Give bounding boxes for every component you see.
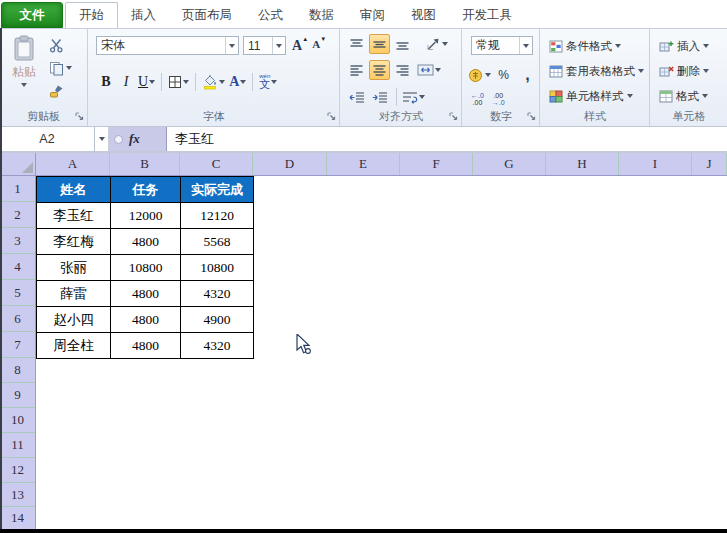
column-header-C[interactable]: C: [180, 153, 253, 175]
row-header-3[interactable]: 3: [0, 228, 35, 254]
table-cell[interactable]: 5568: [181, 229, 254, 255]
table-cell[interactable]: 10800: [111, 255, 181, 281]
borders-button[interactable]: [166, 71, 191, 92]
column-header-H[interactable]: H: [546, 153, 619, 175]
align-right-button[interactable]: [392, 60, 413, 80]
row-header-12[interactable]: 12: [0, 458, 35, 483]
table-cell[interactable]: 4320: [181, 281, 254, 307]
tab-1[interactable]: 插入: [118, 3, 169, 28]
align-middle-button[interactable]: [369, 34, 390, 54]
table-cell[interactable]: 薛雷: [37, 281, 111, 307]
paste-dropdown-icon[interactable]: [21, 83, 27, 87]
merge-center-button[interactable]: [418, 60, 439, 80]
column-header-G[interactable]: G: [473, 153, 546, 175]
align-top-button[interactable]: [346, 34, 367, 54]
tab-file[interactable]: 文件: [1, 2, 63, 28]
select-all-corner[interactable]: [0, 153, 36, 175]
comma-format-button[interactable]: ,: [517, 65, 538, 85]
column-header-A[interactable]: A: [36, 153, 110, 175]
column-header-I[interactable]: I: [619, 153, 692, 175]
fill-color-button[interactable]: [200, 71, 227, 92]
table-cell[interactable]: 4900: [181, 307, 254, 333]
row-header-10[interactable]: 10: [0, 408, 35, 433]
row-header-8[interactable]: 8: [0, 358, 35, 383]
conditional-formatting-button[interactable]: 条件格式: [546, 35, 624, 57]
row-header-9[interactable]: 9: [0, 383, 35, 408]
row-header-4[interactable]: 4: [0, 254, 35, 280]
number-format-combo[interactable]: 常规: [471, 36, 533, 55]
decrease-indent-button[interactable]: [346, 87, 367, 107]
column-header-B[interactable]: B: [110, 153, 180, 175]
tab-4[interactable]: 数据: [296, 3, 347, 28]
clipboard-dialog-launcher[interactable]: [75, 112, 85, 122]
tab-3[interactable]: 公式: [245, 3, 296, 28]
table-cell[interactable]: 4800: [111, 333, 181, 359]
tab-6[interactable]: 视图: [398, 3, 449, 28]
format-cells-button[interactable]: 格式: [656, 85, 711, 107]
table-cell[interactable]: 12120: [181, 203, 254, 229]
column-header-E[interactable]: E: [327, 153, 400, 175]
table-header-cell[interactable]: 任务: [111, 177, 181, 203]
tab-2[interactable]: 页面布局: [169, 3, 245, 28]
currency-format-button[interactable]: [469, 65, 490, 85]
decrease-decimal-button[interactable]: .00→.0: [490, 91, 507, 107]
column-header-D[interactable]: D: [253, 153, 327, 175]
format-painter-button[interactable]: [47, 81, 74, 101]
row-header-6[interactable]: 6: [0, 306, 35, 332]
row-header-11[interactable]: 11: [0, 433, 35, 458]
cut-button[interactable]: [47, 35, 74, 55]
align-center-button[interactable]: [369, 60, 390, 80]
grow-font-button[interactable]: A▲: [292, 38, 308, 54]
increase-indent-button[interactable]: [369, 87, 390, 107]
table-cell[interactable]: 周全柱: [37, 333, 111, 359]
cell-styles-button[interactable]: 单元格样式: [546, 85, 636, 107]
font-dialog-launcher[interactable]: [327, 112, 337, 122]
table-cell[interactable]: 4320: [181, 333, 254, 359]
align-bottom-button[interactable]: [392, 34, 413, 54]
delete-cells-button[interactable]: 删除: [656, 60, 712, 82]
number-dialog-launcher[interactable]: [527, 112, 537, 122]
table-cell[interactable]: 4800: [111, 281, 181, 307]
orientation-button[interactable]: [426, 34, 447, 54]
alignment-dialog-launcher[interactable]: [449, 112, 459, 122]
table-cell[interactable]: 李玉红: [37, 203, 111, 229]
formula-input[interactable]: 李玉红: [167, 127, 727, 151]
phonetic-guide-button[interactable]: wén 文: [257, 71, 279, 92]
table-header-cell[interactable]: 实际完成: [181, 177, 254, 203]
table-cell[interactable]: 4800: [111, 229, 181, 255]
table-cell[interactable]: 10800: [181, 255, 254, 281]
font-color-button[interactable]: A: [227, 71, 248, 92]
paste-button[interactable]: 粘贴: [5, 33, 43, 109]
name-box[interactable]: A2: [0, 127, 95, 151]
name-box-dropdown[interactable]: [95, 127, 109, 151]
wrap-text-button[interactable]: [403, 87, 424, 107]
table-cell[interactable]: 12000: [111, 203, 181, 229]
tab-5[interactable]: 审阅: [347, 3, 398, 28]
tab-7[interactable]: 开发工具: [449, 3, 525, 28]
align-left-button[interactable]: [346, 60, 367, 80]
row-header-1[interactable]: 1: [0, 176, 35, 202]
copy-button[interactable]: [47, 58, 74, 78]
percent-format-button[interactable]: %: [493, 65, 514, 85]
table-cell[interactable]: 4800: [111, 307, 181, 333]
row-header-7[interactable]: 7: [0, 332, 35, 358]
underline-button[interactable]: U: [136, 71, 157, 92]
row-header-5[interactable]: 5: [0, 280, 35, 306]
increase-decimal-button[interactable]: ←.0.00: [469, 91, 486, 107]
font-name-combo[interactable]: 宋体: [96, 36, 239, 55]
formula-bar-grip[interactable]: [114, 135, 123, 144]
font-size-combo[interactable]: 11: [243, 36, 286, 55]
insert-cells-button[interactable]: 插入: [656, 35, 712, 57]
table-header-cell[interactable]: 姓名: [37, 177, 111, 203]
table-cell[interactable]: 李红梅: [37, 229, 111, 255]
table-cell[interactable]: 张丽: [37, 255, 111, 281]
shrink-font-button[interactable]: A▼: [312, 38, 326, 50]
tab-0[interactable]: 开始: [65, 2, 118, 28]
row-header-13[interactable]: 13: [0, 483, 35, 507]
column-header-F[interactable]: F: [400, 153, 473, 175]
format-as-table-button[interactable]: 套用表格格式: [546, 60, 647, 82]
italic-button[interactable]: I: [116, 71, 136, 92]
column-header-J[interactable]: J: [692, 153, 727, 175]
row-header-2[interactable]: 2: [0, 202, 35, 228]
table-cell[interactable]: 赵小四: [37, 307, 111, 333]
